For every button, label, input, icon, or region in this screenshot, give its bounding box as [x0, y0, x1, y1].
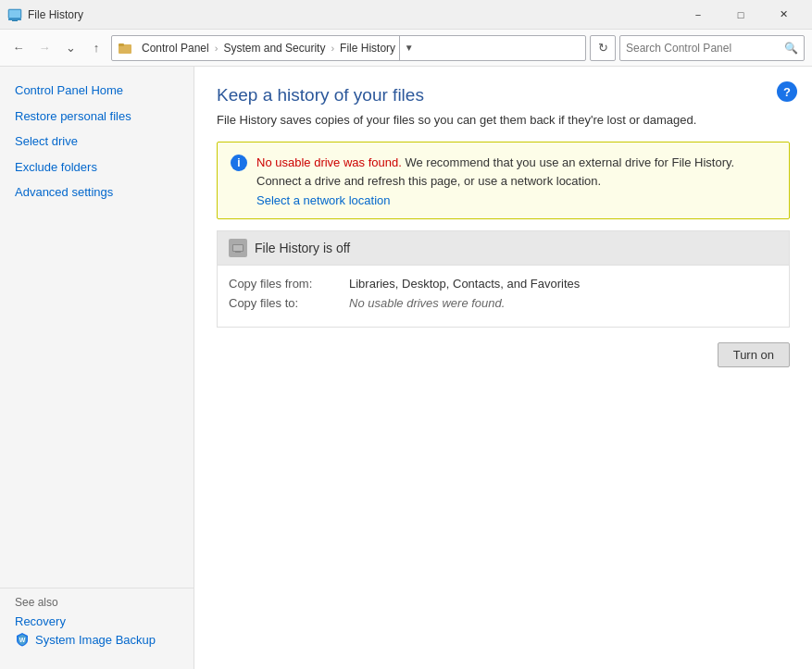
button-row: Turn on [217, 342, 790, 367]
sidebar-link-system-image-backup[interactable]: W System Image Backup [15, 632, 179, 647]
warning-box: i No usable drive was found. We recommen… [217, 142, 790, 219]
recent-locations-button[interactable]: ⌄ [59, 37, 81, 59]
status-header: File History is off [218, 231, 789, 266]
up-button[interactable]: ↑ [85, 37, 107, 59]
window-title: File History [28, 8, 677, 21]
main-layout: Control Panel Home Restore personal file… [0, 67, 812, 669]
copy-from-label: Copy files from: [229, 277, 349, 291]
window-controls: − □ ✕ [677, 0, 805, 30]
address-bar: ← → ⌄ ↑ Control Panel › System and Secur… [0, 30, 812, 67]
copy-from-value: Libraries, Desktop, Contacts, and Favori… [349, 277, 580, 291]
folder-icon [116, 39, 134, 57]
page-title: Keep a history of your files [217, 85, 790, 105]
see-also-title: See also [15, 596, 179, 609]
sidebar-item-restore-personal[interactable]: Restore personal files [0, 104, 194, 130]
status-body: Copy files from: Libraries, Desktop, Con… [218, 266, 789, 327]
network-location-link[interactable]: Select a network location [256, 193, 776, 207]
search-icon: 🔍 [784, 42, 798, 55]
breadcrumb-file-history[interactable]: File History [336, 40, 399, 56]
svg-rect-3 [12, 20, 18, 21]
svg-text:W: W [19, 637, 26, 643]
warning-text: No usable drive was found. We recommend … [256, 155, 734, 188]
title-bar: File History − □ ✕ [0, 0, 812, 30]
copy-to-row: Copy files to: No usable drives were fou… [229, 296, 778, 310]
close-button[interactable]: ✕ [762, 0, 805, 30]
help-button[interactable]: ? [777, 81, 797, 102]
maximize-button[interactable]: □ [719, 0, 762, 30]
minimize-button[interactable]: − [677, 0, 719, 30]
breadcrumb-control-panel[interactable]: Control Panel [138, 40, 213, 56]
sidebar-item-select-drive[interactable]: Select drive [0, 129, 194, 155]
status-title: File History is off [255, 241, 350, 255]
forward-button[interactable]: → [33, 37, 56, 59]
sidebar-link-recovery[interactable]: Recovery [15, 614, 179, 628]
svg-rect-2 [8, 19, 21, 20]
sidebar: Control Panel Home Restore personal file… [0, 67, 194, 669]
svg-rect-8 [233, 245, 243, 251]
sidebar-item-exclude-folders[interactable]: Exclude folders [0, 155, 194, 180]
copy-to-label: Copy files to: [229, 296, 349, 310]
search-box: 🔍 [619, 35, 805, 61]
search-input[interactable] [626, 42, 781, 55]
breadcrumb-dropdown-button[interactable]: ▼ [399, 35, 418, 61]
info-icon: i [231, 155, 247, 171]
content-area: ? Keep a history of your files File Hist… [194, 67, 812, 669]
copy-from-row: Copy files from: Libraries, Desktop, Con… [229, 277, 778, 291]
back-button[interactable]: ← [7, 37, 30, 59]
svg-rect-9 [235, 252, 241, 253]
turn-on-button[interactable]: Turn on [718, 342, 790, 367]
warning-content: No usable drive was found. We recommend … [256, 154, 776, 207]
shield-icon: W [15, 632, 30, 647]
svg-rect-5 [119, 43, 124, 46]
recovery-label: Recovery [15, 614, 66, 628]
see-also-section: See also Recovery W System Image Backup [0, 588, 194, 658]
refresh-button[interactable]: ↻ [590, 35, 616, 61]
app-icon [7, 7, 22, 22]
warning-highlight: No usable drive was found. [256, 155, 402, 169]
status-panel: File History is off Copy files from: Lib… [217, 230, 790, 328]
sidebar-item-control-panel-home[interactable]: Control Panel Home [0, 78, 194, 104]
breadcrumb: Control Panel › System and Security › Fi… [111, 35, 586, 61]
sidebar-item-advanced-settings[interactable]: Advanced settings [0, 180, 194, 205]
svg-rect-1 [9, 10, 20, 18]
breadcrumb-system-security[interactable]: System and Security [219, 40, 329, 56]
system-image-backup-label: System Image Backup [35, 633, 156, 647]
status-icon [229, 239, 247, 257]
page-description: File History saves copies of your files … [217, 113, 790, 127]
copy-to-value: No usable drives were found. [349, 296, 505, 310]
